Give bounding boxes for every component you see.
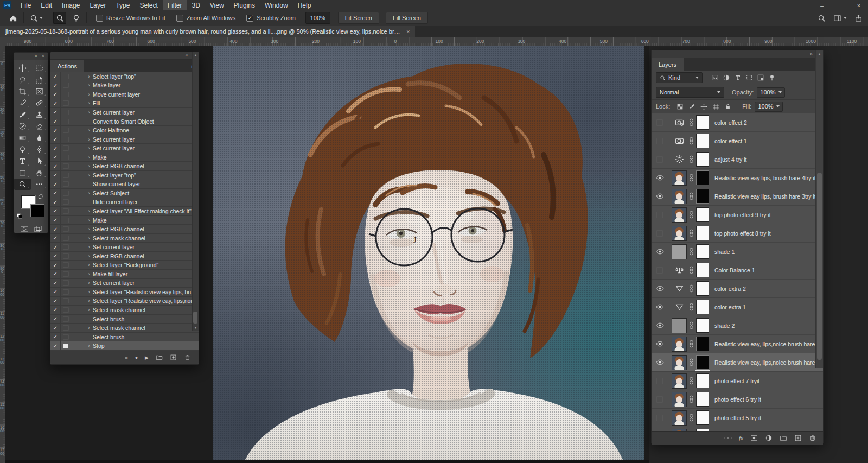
layer-mask-thumbnail[interactable] [696,189,709,204]
visibility-toggle[interactable] [652,132,668,150]
artboard-icon[interactable] [712,103,719,110]
action-check-icon[interactable]: ✓ [50,189,61,198]
fill-value[interactable]: 100% [755,102,782,112]
tab-close-icon[interactable]: × [406,28,410,35]
layer-name[interactable]: photo effect 5 try it [714,415,761,421]
close-panel-icon[interactable]: × [42,54,44,59]
layer-mask-thumbnail[interactable] [696,152,709,167]
action-dialog-toggle[interactable] [61,180,71,189]
layer-name[interactable]: top photo effect 8 try it [714,230,771,237]
action-check-icon[interactable]: ✓ [50,315,61,324]
tool-button[interactable] [14,120,31,132]
visibility-toggle[interactable] [652,390,668,408]
layer-name[interactable]: Realistic view eay lips, brush hare 3try… [714,193,816,200]
action-check-icon[interactable]: ✓ [50,99,61,108]
layer-name[interactable]: color extra 1 [714,304,746,310]
layer-thumbnail[interactable] [672,373,687,389]
layer-row[interactable]: Color Balance 1 [652,261,823,280]
layer-name[interactable]: color effect 2 [714,119,747,126]
action-dialog-toggle[interactable] [61,153,71,162]
disclosure-icon[interactable]: › [85,83,93,88]
layer-thumbnail[interactable] [672,337,687,352]
action-row[interactable]: ✓ › Set current layer [50,243,199,252]
filter-pin-icon[interactable] [768,74,776,81]
layer-mask-thumbnail[interactable] [696,134,709,148]
action-row[interactable]: ✓ › Select layer "Background" [50,261,199,270]
fit-screen-button[interactable]: Fit Screen [338,12,379,24]
add-layer-mask-button[interactable] [750,434,758,442]
action-dialog-toggle[interactable] [61,189,71,198]
tool-button[interactable] [31,74,48,85]
disclosure-icon[interactable]: › [85,191,93,196]
shape-icon[interactable] [745,74,753,81]
action-dialog-toggle[interactable] [61,216,71,225]
padlock-icon[interactable] [724,103,731,110]
action-check-icon[interactable]: ✓ [50,216,61,225]
layer-thumbnail[interactable] [672,392,687,407]
disclosure-icon[interactable]: › [85,244,93,250]
visibility-toggle[interactable] [652,169,668,187]
action-row[interactable]: ✓ › Select layer "Realistic view eay, li… [50,297,199,306]
delete-action-button[interactable] [184,354,191,361]
layer-row[interactable]: shade 2 [652,316,823,335]
swap-colors-icon[interactable] [37,193,44,200]
menu-item[interactable]: Layer [85,0,111,10]
action-row[interactable]: ✓ › Select RGB channel [50,162,199,171]
minimize-icon[interactable]: – [813,0,831,10]
action-check-icon[interactable]: ✓ [50,297,61,306]
layer-row[interactable]: top photo effect 9 try it [652,206,823,224]
action-dialog-toggle[interactable] [61,135,71,144]
visibility-toggle[interactable] [652,243,668,261]
tool-button[interactable] [14,179,31,190]
action-check-icon[interactable]: ✓ [50,288,61,296]
action-row[interactable]: ✓ › Select layer "top" [50,72,199,81]
visibility-toggle[interactable] [652,353,668,371]
option-checkbox[interactable]: Resize Windows to Fit [96,15,165,22]
disclosure-icon[interactable]: › [85,100,93,106]
action-dialog-toggle[interactable] [61,252,71,261]
action-row[interactable]: ✓ › Select mask channel [50,306,199,315]
filter-kind-dropdown[interactable]: Kind [656,72,703,83]
smart-object-icon[interactable] [757,74,764,81]
tool-button[interactable] [14,155,31,167]
disclosure-icon[interactable]: › [85,289,93,295]
tool-button[interactable] [31,86,48,97]
visibility-toggle[interactable] [652,316,668,334]
action-dialog-toggle[interactable] [61,315,71,324]
layer-row[interactable]: Realistic view eay lips, brush hare 3try… [652,187,823,206]
zoom-in-button[interactable] [53,12,66,24]
action-dialog-toggle[interactable] [61,279,71,288]
scroll-up-icon[interactable]: ▲ [194,53,197,57]
option-checkbox[interactable]: Zoom All Windows [176,15,235,22]
menu-item[interactable]: 3D [187,0,205,10]
layer-row[interactable]: Realistic view eay, lips,noice brush har… [652,335,823,353]
visibility-toggle[interactable] [652,372,668,390]
action-dialog-toggle[interactable] [61,297,71,306]
blend-mode-dropdown[interactable]: Normal [656,87,724,98]
visibility-toggle[interactable] [652,113,668,131]
adjustment-icon[interactable] [723,74,730,81]
action-check-icon[interactable]: ✓ [50,243,61,251]
disclosure-icon[interactable]: › [85,271,93,277]
action-row[interactable]: ✓ › Select RGB channel [50,225,199,234]
action-row[interactable]: ✓ › Set current layer [50,135,199,144]
layer-name[interactable]: shade 1 [714,249,735,255]
visibility-toggle[interactable] [652,427,668,431]
lock-brush-icon[interactable] [688,103,695,110]
visibility-toggle[interactable] [652,261,668,279]
type-filter-icon[interactable] [734,74,742,81]
action-check-icon[interactable]: ✓ [50,225,61,233]
tool-button[interactable] [31,62,48,74]
layer-name[interactable]: adjust 4 try it [714,156,747,163]
background-color-swatch[interactable] [30,204,44,217]
action-dialog-toggle[interactable] [61,171,71,180]
disclosure-icon[interactable]: › [85,74,93,79]
screen-mode-button[interactable] [34,225,42,233]
layers-scrollbar[interactable]: ▲ [815,50,823,368]
stop-playing-button[interactable]: ■ [125,355,127,360]
action-dialog-toggle[interactable] [61,207,71,215]
action-row[interactable]: ✓ › Set current layer [50,279,199,288]
action-row[interactable]: ✓ Select brush [50,333,199,342]
layer-row[interactable]: photo effect 7 tryit [652,372,823,390]
layer-thumbnail[interactable] [672,281,687,296]
